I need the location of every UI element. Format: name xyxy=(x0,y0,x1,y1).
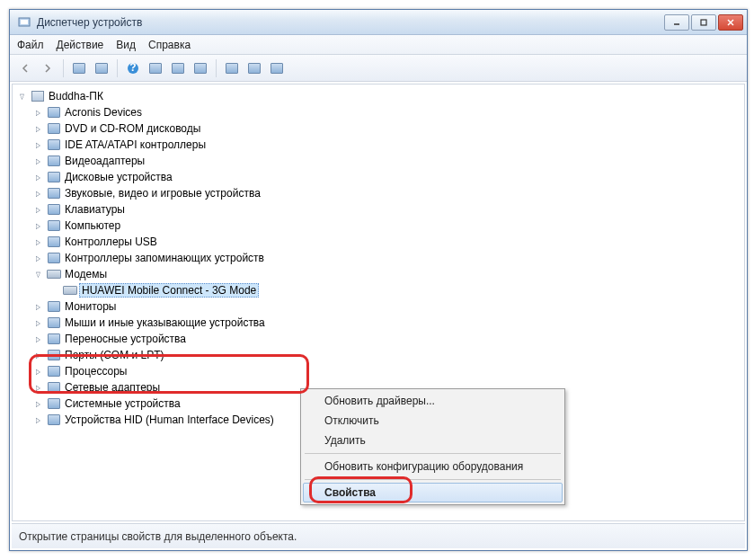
tree-category[interactable]: Компьютер xyxy=(31,218,742,234)
tree-label: Переносные устройства xyxy=(63,333,188,345)
tree-label: Видеоадаптеры xyxy=(63,155,146,167)
close-button[interactable] xyxy=(718,14,743,31)
forward-button[interactable] xyxy=(38,58,58,78)
toolbar-update-icon[interactable] xyxy=(222,58,242,78)
expand-icon[interactable] xyxy=(32,398,43,409)
tree-category[interactable]: Контроллеры USB xyxy=(31,234,742,250)
expand-icon[interactable] xyxy=(32,414,43,425)
tree-label: Мыши и иные указывающие устройства xyxy=(63,316,267,329)
device-icon xyxy=(47,105,61,120)
tree-label: HUAWEI Mobile Connect - 3G Mode xyxy=(79,283,259,298)
ctx-disable[interactable]: Отключить xyxy=(303,411,563,431)
expand-icon[interactable] xyxy=(32,317,43,328)
expand-icon[interactable] xyxy=(32,204,43,215)
device-icon xyxy=(47,364,61,378)
toolbar-disable-icon[interactable] xyxy=(244,58,264,78)
expand-icon[interactable] xyxy=(32,156,43,166)
window-buttons xyxy=(664,14,743,31)
device-manager-window: Диспетчер устройств Файл Действие Вид Сп… xyxy=(9,9,748,551)
expand-icon[interactable] xyxy=(32,382,43,393)
svg-text:?: ? xyxy=(129,62,136,74)
tree-category[interactable]: Процессоры xyxy=(31,363,742,379)
tree-root[interactable]: Buddha-ПК xyxy=(14,88,742,104)
tree-category-modems[interactable]: Модемы xyxy=(31,266,742,282)
tree-label: Контроллеры запоминающих устройств xyxy=(63,252,266,264)
tree-label: Звуковые, видео и игровые устройства xyxy=(63,187,262,200)
tree-category[interactable]: Звуковые, видео и игровые устройства xyxy=(31,185,742,201)
tree-category[interactable]: IDE ATA/ATAPI контроллеры xyxy=(31,137,742,153)
expand-icon[interactable] xyxy=(32,139,43,150)
modem-icon xyxy=(63,283,77,298)
tree-category[interactable]: Видеоадаптеры xyxy=(31,153,742,169)
expand-icon[interactable] xyxy=(16,91,27,102)
tree-label: Клавиатуры xyxy=(63,203,127,216)
tree-category[interactable]: Acronis Devices xyxy=(31,104,742,120)
menu-action[interactable]: Действие xyxy=(57,39,104,51)
expand-icon[interactable] xyxy=(32,172,43,182)
app-icon xyxy=(17,15,31,30)
back-button[interactable] xyxy=(15,58,35,78)
tree-panel[interactable]: Buddha-ПК Acronis DevicesDVD и CD-ROM ди… xyxy=(12,84,745,521)
menu-file[interactable]: Файл xyxy=(17,39,44,51)
tree-category[interactable]: Мыши и иные указывающие устройства xyxy=(31,315,742,331)
device-icon xyxy=(47,316,61,330)
device-icon xyxy=(47,348,61,362)
expand-icon[interactable] xyxy=(32,253,43,263)
toolbar-help-icon[interactable]: ? xyxy=(123,58,143,78)
ctx-separator xyxy=(305,453,561,454)
expand-icon[interactable] xyxy=(32,333,43,344)
computer-icon xyxy=(31,89,45,103)
tree-category[interactable]: DVD и CD-ROM дисководы xyxy=(31,120,742,137)
tree-category[interactable]: Клавиатуры xyxy=(31,201,742,218)
tree-category[interactable]: Мониторы xyxy=(31,298,742,315)
tree-label: DVD и CD-ROM дисководы xyxy=(63,122,202,135)
tree-item-huawei-modem[interactable]: HUAWEI Mobile Connect - 3G Mode xyxy=(47,282,742,298)
tree-category[interactable]: Дисковые устройства xyxy=(31,169,742,185)
expand-icon[interactable] xyxy=(32,301,43,312)
menu-view[interactable]: Вид xyxy=(116,39,136,51)
device-icon xyxy=(47,251,61,265)
tree-category[interactable]: Переносные устройства xyxy=(31,331,742,347)
ctx-separator xyxy=(305,479,561,480)
device-icon xyxy=(47,396,61,411)
device-icon xyxy=(47,380,61,395)
toolbar-show-button[interactable] xyxy=(191,58,210,78)
menu-help[interactable]: Справка xyxy=(148,39,191,51)
tree-category[interactable]: Контроллеры запоминающих устройств xyxy=(31,250,742,266)
ctx-refresh-config[interactable]: Обновить конфигурацию оборудования xyxy=(303,457,563,476)
context-menu: Обновить драйверы... Отключить Удалить О… xyxy=(300,388,565,505)
toolbar-scan-button[interactable] xyxy=(168,58,188,78)
device-icon xyxy=(47,121,61,136)
expand-icon[interactable] xyxy=(32,107,43,118)
toolbar-refresh-button[interactable] xyxy=(92,58,111,78)
svg-rect-1 xyxy=(21,20,28,24)
tree-root-label: Buddha-ПК xyxy=(47,90,105,102)
tree-label: Модемы xyxy=(63,268,109,280)
tree-label: IDE ATA/ATAPI контроллеры xyxy=(63,138,208,151)
tree-label: Acronis Devices xyxy=(63,106,144,119)
expand-icon[interactable] xyxy=(32,236,43,247)
tree-label: Дисковые устройства xyxy=(63,171,174,183)
expand-icon[interactable] xyxy=(32,366,43,377)
statusbar: Открытие страницы свойств для выделенног… xyxy=(12,523,745,548)
device-icon xyxy=(47,235,61,249)
toolbar-props-button[interactable] xyxy=(146,58,165,78)
device-icon xyxy=(47,332,61,346)
ctx-delete[interactable]: Удалить xyxy=(303,431,563,450)
ctx-update-drivers[interactable]: Обновить драйверы... xyxy=(303,391,563,411)
minimize-button[interactable] xyxy=(664,14,689,31)
tree-category[interactable]: Порты (COM и LPT) xyxy=(31,347,742,363)
device-icon xyxy=(47,218,61,233)
ctx-properties[interactable]: Свойства xyxy=(303,483,563,502)
expand-icon[interactable] xyxy=(32,188,43,199)
expand-icon[interactable] xyxy=(32,350,43,360)
menubar: Файл Действие Вид Справка xyxy=(10,35,747,55)
toolbar-uninstall-icon[interactable] xyxy=(267,58,287,78)
maximize-button[interactable] xyxy=(691,14,716,31)
expand-icon[interactable] xyxy=(32,220,43,231)
tree-label: Мониторы xyxy=(63,300,118,313)
toolbar-view-button[interactable] xyxy=(69,58,89,78)
expand-icon[interactable] xyxy=(32,123,43,134)
expand-icon[interactable] xyxy=(32,269,43,280)
titlebar: Диспетчер устройств xyxy=(10,10,747,35)
